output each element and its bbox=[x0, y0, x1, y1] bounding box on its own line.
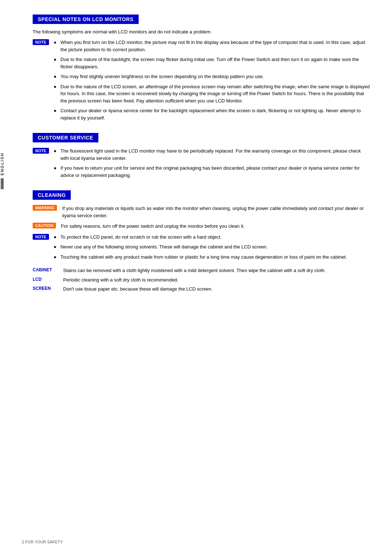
customer-service-note-row: NOTE The fluorescent light used in the L… bbox=[33, 147, 370, 182]
cleaning-note-content: To protect the LCD panel, do not scratch… bbox=[54, 234, 370, 264]
sidebar-bar bbox=[1, 178, 4, 189]
special-note-item-3: You may find slightly uneven brightness … bbox=[54, 73, 370, 80]
special-notes-section: SPECIAL NOTES ON LCD MONITORS The follow… bbox=[33, 15, 370, 124]
warning-badge: WARNING bbox=[33, 205, 57, 211]
special-note-item-5: Contact your dealer or iiyama service ce… bbox=[54, 107, 370, 121]
customer-service-item-1: The fluorescent light used in the LCD mo… bbox=[54, 147, 370, 162]
caution-badge: CAUTION bbox=[33, 223, 56, 228]
cleaning-title: CLEANING bbox=[33, 190, 71, 200]
customer-service-title: CUSTOMER SERVICE bbox=[33, 133, 98, 142]
special-notes-note-row: NOTE When you first turn on the LCD moni… bbox=[33, 39, 370, 124]
cleaning-note-item-2: Never use any of the following strong so… bbox=[54, 243, 370, 251]
sidebar-english-label: ENGLISH bbox=[0, 153, 4, 189]
cleaning-warning-text: If you drop any materials or liquids suc… bbox=[62, 205, 370, 219]
note-badge-cleaning: NOTE bbox=[33, 234, 49, 240]
note-badge-customer: NOTE bbox=[33, 148, 49, 154]
cleaning-caution-text: For safety reasons, turn off the power s… bbox=[61, 223, 245, 230]
cleaning-note-list: To protect the LCD panel, do not scratch… bbox=[54, 234, 370, 261]
cleaning-warning-row: WARNING If you drop any materials or liq… bbox=[33, 205, 370, 219]
lcd-label: LCD bbox=[33, 276, 58, 282]
cabinet-label: CABINET bbox=[33, 267, 58, 272]
lcd-row: LCD Periodic cleaning with a soft dry cl… bbox=[33, 276, 370, 284]
screen-row: SCREEN Don't use tissue paper etc. becau… bbox=[33, 285, 370, 293]
special-notes-list: When you first turn on the LCD monitor, … bbox=[54, 39, 370, 121]
customer-service-content: The fluorescent light used in the LCD mo… bbox=[54, 147, 370, 182]
customer-service-section: CUSTOMER SERVICE NOTE The fluorescent li… bbox=[33, 133, 370, 182]
special-notes-intro: The following symptoms are normal with L… bbox=[33, 29, 370, 35]
page-footer: 2 FOR YOUR SAFETY bbox=[22, 540, 63, 544]
cleaning-caution-row: CAUTION For safety reasons, turn off the… bbox=[33, 223, 370, 230]
cleaning-note-item-3: Touching the cabinet with any product ma… bbox=[54, 254, 370, 261]
special-notes-title: SPECIAL NOTES ON LCD MONITORS bbox=[33, 15, 139, 24]
special-notes-content: When you first turn on the LCD monitor, … bbox=[54, 39, 370, 124]
cleaning-section: CLEANING WARNING If you drop any materia… bbox=[33, 190, 370, 293]
screen-label: SCREEN bbox=[33, 285, 58, 291]
cabinet-row: CABINET Stains can be removed with a clo… bbox=[33, 267, 370, 274]
special-note-item-2: Due to the nature of the backlight, the … bbox=[54, 56, 370, 70]
cleaning-note-row: NOTE To protect the LCD panel, do not sc… bbox=[33, 234, 370, 264]
special-note-item-1: When you first turn on the LCD monitor, … bbox=[54, 39, 370, 53]
note-badge-special: NOTE bbox=[33, 39, 49, 45]
special-note-item-4: Due to the nature of the LCD screen, an … bbox=[54, 83, 370, 105]
lcd-text: Periodic cleaning with a soft dry cloth … bbox=[63, 276, 370, 284]
screen-text: Don't use tissue paper etc. because thes… bbox=[63, 285, 370, 293]
customer-service-list: The fluorescent light used in the LCD mo… bbox=[54, 147, 370, 179]
cleaning-note-item-1: To protect the LCD panel, do not scratch… bbox=[54, 234, 370, 241]
customer-service-item-2: If you have to return your unit for serv… bbox=[54, 165, 370, 179]
cabinet-text: Stains can be removed with a cloth light… bbox=[63, 267, 370, 274]
